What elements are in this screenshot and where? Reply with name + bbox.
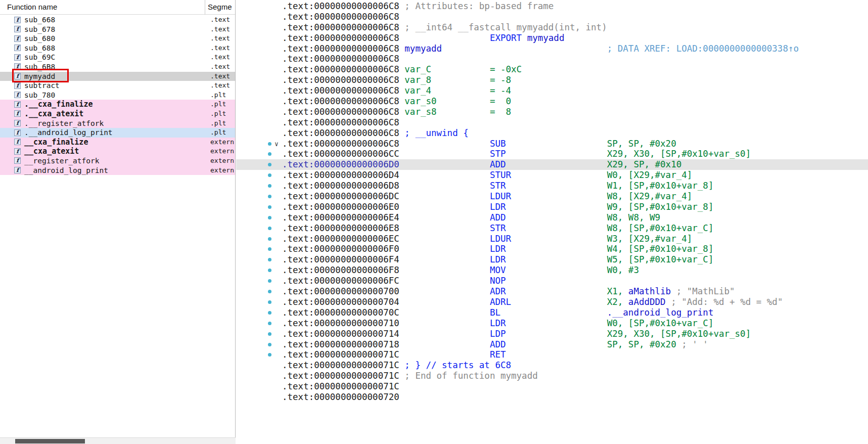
function-name: __cxa_atexit [24, 147, 79, 156]
token: .text:000000000000070C [282, 307, 399, 318]
disassembly-line[interactable]: .text:00000000000006CC STP X29, X30, [SP… [236, 149, 868, 159]
disassembly-line[interactable]: .text:00000000000006E0 LDR W9, [SP,#0x10… [236, 202, 868, 212]
token: var_8 = -8 [399, 75, 511, 85]
instruction-dot-icon [268, 311, 271, 315]
disassembly-line[interactable]: .text:00000000000006E4 ADD W8, W8, W9 [236, 212, 868, 223]
function-list: fsub_668.textfsub_678.textfsub_680.textf… [0, 15, 235, 175]
token: W5, [SP,#0x10+var_C] [607, 254, 714, 264]
disassembly-line[interactable]: .text:00000000000006C8 var_8 = -8 [236, 75, 868, 85]
disassembly-line[interactable]: .text:00000000000006E8 STR W8, [SP,#0x10… [236, 223, 868, 234]
disassembly-line[interactable]: .text:00000000000006C8 [236, 12, 868, 22]
disassembly-line[interactable]: .text:0000000000000710 LDR W0, [SP,#0x10… [236, 318, 868, 329]
disassembly-line[interactable]: .text:000000000000071C ; End of function… [236, 371, 868, 381]
token: LDR [399, 244, 607, 254]
scrollbar-thumb[interactable] [15, 439, 85, 443]
token: W0, [SP,#0x10+var_C] [607, 318, 714, 328]
token: .text:00000000000006D8 [282, 181, 399, 191]
disassembly-line[interactable]: .text:0000000000000714 LDP X29, X30, [SP… [236, 329, 868, 339]
disassembly-line[interactable]: .text:00000000000006C8 [236, 117, 868, 128]
function-row[interactable]: fsub_780.plt [0, 91, 235, 100]
disassembly-line[interactable]: .text:00000000000006D8 STR W1, [SP,#0x10… [236, 181, 868, 191]
disassembly-line[interactable]: .text:0000000000000704 ADRL X2, aAddDDD … [236, 297, 868, 307]
column-header-function-name[interactable]: Function name [7, 3, 57, 11]
token: .text:00000000000006C8 [282, 117, 399, 127]
disassembly-line[interactable]: .text:000000000000071C RET [236, 349, 868, 360]
function-row[interactable]: f__register_atforkextern [0, 156, 235, 166]
disassembly-line[interactable]: .text:00000000000006C8 ; __unwind { [236, 128, 868, 139]
disassembly-line[interactable]: .text:00000000000006C8 mymyadd ; DATA XR… [236, 43, 868, 54]
function-icon: f [14, 26, 21, 32]
instruction-dot-icon [268, 184, 271, 188]
function-name: sub_668 [24, 15, 55, 25]
function-row[interactable]: fsub_6B8.text [0, 62, 235, 72]
column-header-segment[interactable]: Segme [208, 3, 232, 11]
token: .text:0000000000000720 [282, 392, 399, 402]
token: .text:00000000000006C8 [282, 128, 399, 138]
function-name: .__android_log_print [24, 128, 113, 138]
collapse-arrow-icon[interactable]: ∨ [275, 139, 279, 150]
token: X2, [607, 297, 628, 307]
disassembly-line[interactable]: .text:00000000000006FC NOP [236, 276, 868, 286]
disassembly-line[interactable]: .text:00000000000006C8 EXPORT mymyadd [236, 33, 868, 43]
functions-horizontal-scrollbar[interactable] [0, 437, 236, 444]
token: .text:000000000000071C [282, 371, 399, 381]
disassembly-line[interactable]: .text:00000000000006C8 ; Attributes: bp-… [236, 1, 868, 12]
token: LDUR [399, 234, 607, 244]
disassembly-line[interactable]: .text:00000000000006C8 ; __int64 __fastc… [236, 22, 868, 33]
disassembly-line[interactable]: .text:00000000000006C8 var_C = -0xC [236, 64, 868, 75]
disassembly-line[interactable]: .text:00000000000006C8 var_s8 = 8 [236, 107, 868, 117]
column-divider[interactable] [205, 0, 205, 15]
disassembly-line[interactable]: .text:000000000000071C ; } // starts at … [236, 360, 868, 371]
function-segment: .plt [210, 119, 226, 128]
token: ; __int64 __fastcall mymyadd(int, int) [399, 22, 607, 32]
function-row[interactable]: fsubtract.text [0, 81, 235, 91]
token: var_s0 = 0 [399, 96, 511, 106]
token: aAddDDD [628, 297, 666, 307]
disassembly-line[interactable]: .text:0000000000000718 ADD SP, SP, #0x20… [236, 339, 868, 350]
function-row[interactable]: f__cxa_finalizeextern [0, 138, 235, 147]
disassembly-line[interactable]: .text:00000000000006C8 var_s0 = 0 [236, 96, 868, 107]
function-name: .__register_atfork [24, 119, 104, 128]
disassembly-line[interactable]: .text:00000000000006C8 var_4 = -4 [236, 85, 868, 96]
instruction-dot-icon [268, 247, 271, 251]
function-row[interactable]: fmymyadd.text [0, 72, 235, 81]
function-row[interactable]: fsub_668.text [0, 15, 235, 25]
function-icon: f [14, 148, 21, 155]
function-icon: f [14, 92, 21, 98]
disassembly-line[interactable]: .text:00000000000006F4 LDR W5, [SP,#0x10… [236, 254, 868, 265]
function-row[interactable]: fsub_69C.text [0, 53, 235, 62]
disassembly-line[interactable]: ∨.text:00000000000006C8 SUB SP, SP, #0x2… [236, 139, 868, 149]
function-segment: extern [210, 147, 234, 156]
disassembly-line[interactable]: .text:00000000000006F0 LDR W4, [SP,#0x10… [236, 244, 868, 254]
disassembly-line[interactable]: .text:00000000000006EC LDUR W3, [X29,#va… [236, 234, 868, 244]
instruction-dot-icon [268, 300, 271, 304]
function-name: sub_680 [24, 34, 55, 43]
disassembly-line[interactable]: .text:00000000000006F8 MOV W0, #3 [236, 265, 868, 276]
function-row[interactable]: f__android_log_printextern [0, 166, 235, 175]
function-icon: f [14, 139, 21, 145]
function-segment: .text [210, 62, 230, 72]
function-row[interactable]: f.__register_atfork.plt [0, 119, 235, 128]
function-row[interactable]: f.__android_log_print.plt [0, 128, 235, 138]
function-row[interactable]: f__cxa_atexitextern [0, 147, 235, 156]
disassembly-line[interactable]: .text:000000000000070C BL .__android_log… [236, 307, 868, 318]
disassembly-line[interactable]: .text:000000000000071C [236, 381, 868, 392]
disassembly-line[interactable]: .text:0000000000000700 ADR X1, aMathlib … [236, 286, 868, 297]
function-row[interactable]: fsub_680.text [0, 34, 235, 43]
function-row[interactable]: f.__cxa_finalize.plt [0, 100, 235, 109]
function-name: sub_69C [24, 53, 55, 62]
token: .text:00000000000006C8 [282, 107, 399, 117]
function-row[interactable]: fsub_688.text [0, 43, 235, 53]
disassembly-line[interactable]: .text:0000000000000720 [236, 392, 868, 403]
function-name: __android_log_print [24, 166, 108, 175]
function-row[interactable]: fsub_678.text [0, 25, 235, 34]
function-row[interactable]: f.__cxa_atexit.plt [0, 109, 235, 119]
token: var_s8 = 8 [399, 107, 511, 117]
disassembly-line[interactable]: .text:00000000000006C8 [236, 54, 868, 64]
token: ADD [399, 159, 607, 169]
disassembly-line[interactable]: .text:00000000000006DC LDUR W8, [X29,#va… [236, 191, 868, 202]
disassembly-line[interactable]: .text:00000000000006D0 ADD X29, SP, #0x1… [236, 159, 868, 170]
token: X29, X30, [SP,#0x10+var_s0] [607, 149, 751, 159]
disassembly-line[interactable]: .text:00000000000006D4 STUR W0, [X29,#va… [236, 170, 868, 181]
token: EXPORT [399, 33, 527, 43]
